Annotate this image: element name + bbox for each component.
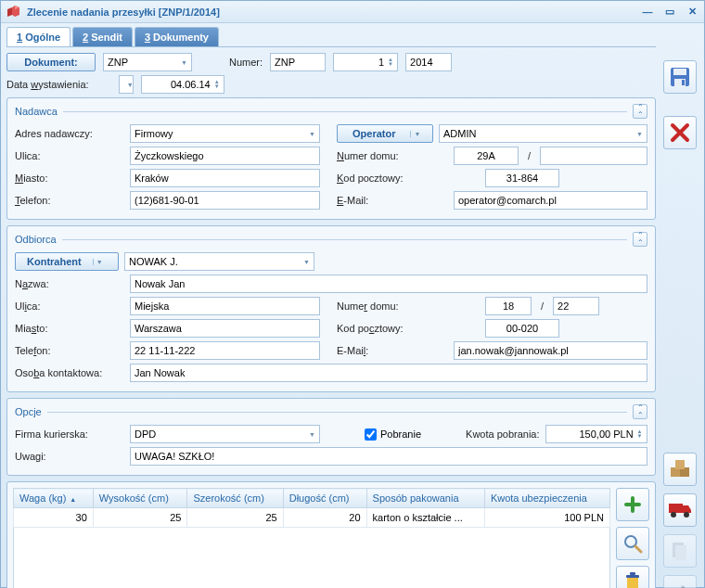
firma-select[interactable]: DPD▼ xyxy=(130,425,320,443)
ulica-label: Ulica: xyxy=(15,300,124,312)
numer-domu-field[interactable] xyxy=(454,147,519,165)
dokument-button[interactable]: Dokument: xyxy=(6,53,96,71)
email-field[interactable] xyxy=(454,341,647,360)
uwagi-field[interactable] xyxy=(130,447,647,466)
kod-label: Kod pocztowy: xyxy=(337,323,448,334)
kontrahent-button[interactable]: Kontrahent▼ xyxy=(15,252,119,271)
col-wys[interactable]: Wysokość (cm) xyxy=(93,489,187,508)
save-button[interactable] xyxy=(663,60,697,94)
document-button-disabled xyxy=(663,534,697,568)
kod-label: Kod pocztowy: xyxy=(337,173,448,184)
packages-button[interactable] xyxy=(663,453,697,486)
section-collapse-button[interactable]: ⌃⌃ xyxy=(633,104,647,119)
col-dlug[interactable]: Długość (cm) xyxy=(283,489,366,508)
numer-label: Numer: xyxy=(229,57,263,68)
email-field[interactable] xyxy=(454,191,647,210)
svg-rect-9 xyxy=(682,80,685,85)
section-nadawca: Nadawca ⌃⌃ Adres nadawczy: Firmowy▼ Oper… xyxy=(6,97,656,220)
chevron-down-icon: ▼ xyxy=(93,259,106,265)
osoba-field[interactable] xyxy=(130,364,647,382)
add-row-button[interactable] xyxy=(616,488,649,521)
spinner-icons: ▲▼ xyxy=(388,58,393,67)
tab-sendit[interactable]: 2 Sendit xyxy=(72,27,133,46)
chevron-down-icon: ▼ xyxy=(181,59,187,66)
numer-domu2-field[interactable] xyxy=(540,147,647,165)
app-icon xyxy=(6,5,21,19)
date-spinner[interactable]: 04.06.14▲▼ xyxy=(141,75,224,94)
adres-select[interactable]: Firmowy▼ xyxy=(130,124,320,143)
kontrahent-select[interactable]: NOWAK J.▼ xyxy=(124,252,314,271)
chevron-down-icon: ▼ xyxy=(127,82,134,88)
section-collapse-button[interactable]: ⌃⌃ xyxy=(633,404,647,419)
doc-type-select[interactable]: ZNP▼ xyxy=(103,53,192,71)
date-picker-toggle[interactable]: ▼ xyxy=(119,75,134,94)
numer-domu-field[interactable] xyxy=(485,297,532,315)
chevron-down-icon: ▼ xyxy=(410,131,423,137)
doc-row: Dokument: ZNP▼ Numer: 1▲▼ xyxy=(6,53,656,71)
col-szer[interactable]: Szerokość (cm) xyxy=(187,489,283,508)
svg-rect-5 xyxy=(630,572,635,575)
svg-point-17 xyxy=(684,512,689,518)
nazwa-label: Nazwa: xyxy=(15,278,124,289)
ulica-field[interactable] xyxy=(130,297,320,315)
numer-year-field[interactable] xyxy=(405,53,452,71)
tab-ogolne[interactable]: 1 Ogólne xyxy=(6,27,70,46)
chevron-down-icon: ▼ xyxy=(309,431,315,438)
col-kwota[interactable]: Kwota ubezpieczenia xyxy=(484,489,609,508)
chevron-down-icon: ▼ xyxy=(636,131,643,137)
numer-domu2-field[interactable] xyxy=(553,297,599,315)
section-odbiorca: Odbiorca ⌃⌃ Kontrahent▼ NOWAK J.▼ Nazwa:… xyxy=(6,225,656,392)
miasto-field[interactable] xyxy=(130,169,320,187)
pobranie-checkbox[interactable]: Pobranie xyxy=(365,428,421,441)
cell-szer: 25 xyxy=(187,508,283,528)
svg-line-3 xyxy=(635,546,641,552)
svg-point-16 xyxy=(671,512,676,518)
osoba-label: Osoba kontaktowa: xyxy=(15,367,124,378)
window-title: Zlecenie nadania przesyłki [ZNP/1/2014] xyxy=(27,6,632,18)
email-label: E-Mail: xyxy=(337,195,448,206)
svg-rect-19 xyxy=(675,545,686,560)
courier-button[interactable] xyxy=(663,493,697,527)
svg-rect-15 xyxy=(669,504,683,513)
operator-select[interactable]: ADMIN▼ xyxy=(439,124,647,143)
telefon-field[interactable] xyxy=(130,341,320,360)
close-window-button[interactable]: ✕ xyxy=(686,6,699,19)
email-label: E-Mail: xyxy=(337,345,448,356)
ulica-label: Ulica: xyxy=(15,150,124,161)
slash: / xyxy=(537,300,547,312)
telefon-field[interactable] xyxy=(130,191,320,210)
miasto-label: Miasto: xyxy=(15,323,124,334)
numer-domu-label: Numer domu: xyxy=(337,300,448,312)
kwota-spinner[interactable]: 150,00 PLN▲▼ xyxy=(545,425,647,443)
table-row[interactable]: 30 25 25 20 karton o kształcie ... 100 P… xyxy=(14,508,610,528)
adres-label: Adres nadawczy: xyxy=(15,128,124,139)
kod-field[interactable] xyxy=(485,319,559,338)
numer-prefix-field[interactable] xyxy=(270,53,326,71)
close-button[interactable] xyxy=(663,116,697,149)
minimize-button[interactable]: — xyxy=(641,6,654,19)
col-waga[interactable]: Waga (kg)▲ xyxy=(14,489,94,508)
titlebar: Zlecenie nadania przesyłki [ZNP/1/2014] … xyxy=(1,1,704,23)
operator-button[interactable]: Operator▼ xyxy=(337,124,433,143)
section-title: Odbiorca xyxy=(15,234,57,245)
svg-rect-7 xyxy=(673,69,686,75)
tab-dokumenty[interactable]: 3 Dokumenty xyxy=(135,27,219,46)
kod-field[interactable] xyxy=(485,169,559,187)
miasto-field[interactable] xyxy=(130,319,320,338)
sort-asc-icon: ▲ xyxy=(70,496,76,503)
section-collapse-button[interactable]: ⌃⌃ xyxy=(633,232,647,247)
ulica-field[interactable] xyxy=(130,147,320,165)
section-opcje: Opcje ⌃⌃ Firma kurierska: DPD▼ Pobranie … xyxy=(6,398,656,476)
search-row-button[interactable] xyxy=(616,527,649,560)
side-toolbar xyxy=(661,27,699,588)
numer-seq-spinner[interactable]: 1▲▼ xyxy=(333,53,398,71)
chevron-down-icon: ▼ xyxy=(309,131,315,137)
cell-wys: 25 xyxy=(93,508,187,528)
data-label: Data wystawienia: xyxy=(6,79,89,90)
miasto-label: Miasto: xyxy=(15,173,124,184)
section-title: Opcje xyxy=(15,406,42,417)
maximize-button[interactable]: ▭ xyxy=(663,6,676,19)
delete-row-button[interactable] xyxy=(616,566,649,588)
nazwa-field[interactable] xyxy=(130,275,647,293)
col-sposob[interactable]: Sposób pakowania xyxy=(366,489,484,508)
